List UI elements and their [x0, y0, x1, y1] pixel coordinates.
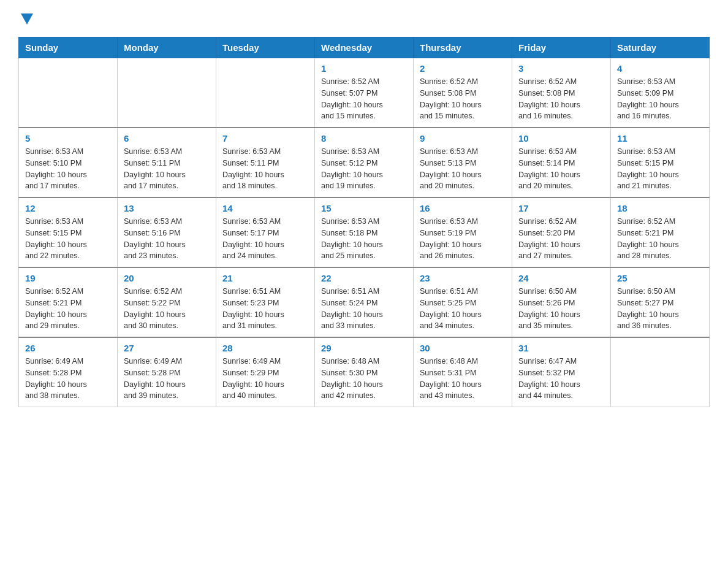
calendar-day-cell: 11Sunrise: 6:53 AM Sunset: 5:15 PM Dayli… [611, 128, 710, 197]
calendar-day-cell: 3Sunrise: 6:52 AM Sunset: 5:08 PM Daylig… [512, 58, 611, 128]
day-number: 27 [124, 343, 210, 353]
day-number: 19 [25, 273, 111, 283]
day-number: 30 [420, 343, 506, 353]
day-info: Sunrise: 6:51 AM Sunset: 5:24 PM Dayligh… [321, 286, 407, 332]
day-info: Sunrise: 6:53 AM Sunset: 5:16 PM Dayligh… [124, 216, 210, 262]
day-of-week-header: Tuesday [216, 37, 315, 58]
day-number: 9 [420, 133, 506, 144]
day-number: 31 [518, 343, 604, 353]
day-info: Sunrise: 6:53 AM Sunset: 5:15 PM Dayligh… [617, 146, 703, 192]
day-number: 21 [222, 273, 308, 283]
calendar-day-cell [118, 58, 216, 128]
calendar-week-row: 1Sunrise: 6:52 AM Sunset: 5:07 PM Daylig… [19, 58, 710, 128]
day-number: 26 [25, 343, 111, 353]
day-of-week-header: Friday [512, 37, 611, 58]
calendar-day-cell: 4Sunrise: 6:53 AM Sunset: 5:09 PM Daylig… [611, 58, 710, 128]
calendar-day-cell: 24Sunrise: 6:50 AM Sunset: 5:26 PM Dayli… [512, 267, 611, 337]
calendar-day-cell: 20Sunrise: 6:52 AM Sunset: 5:22 PM Dayli… [118, 267, 216, 337]
day-info: Sunrise: 6:47 AM Sunset: 5:32 PM Dayligh… [518, 356, 604, 402]
calendar-day-cell: 14Sunrise: 6:53 AM Sunset: 5:17 PM Dayli… [216, 197, 315, 267]
day-info: Sunrise: 6:48 AM Sunset: 5:31 PM Dayligh… [420, 356, 506, 402]
calendar-day-cell: 5Sunrise: 6:53 AM Sunset: 5:10 PM Daylig… [19, 128, 118, 197]
day-info: Sunrise: 6:53 AM Sunset: 5:12 PM Dayligh… [321, 146, 407, 192]
day-info: Sunrise: 6:49 AM Sunset: 5:29 PM Dayligh… [222, 356, 308, 402]
day-info: Sunrise: 6:51 AM Sunset: 5:23 PM Dayligh… [222, 286, 308, 332]
day-info: Sunrise: 6:50 AM Sunset: 5:26 PM Dayligh… [518, 286, 604, 332]
day-of-week-header: Sunday [19, 37, 118, 58]
calendar-day-cell: 18Sunrise: 6:52 AM Sunset: 5:21 PM Dayli… [611, 197, 710, 267]
calendar-day-cell: 28Sunrise: 6:49 AM Sunset: 5:29 PM Dayli… [216, 337, 315, 407]
day-info: Sunrise: 6:52 AM Sunset: 5:08 PM Dayligh… [518, 76, 604, 122]
day-info: Sunrise: 6:53 AM Sunset: 5:13 PM Dayligh… [420, 146, 506, 192]
day-info: Sunrise: 6:53 AM Sunset: 5:11 PM Dayligh… [222, 146, 308, 192]
day-number: 5 [25, 133, 111, 144]
day-number: 14 [222, 203, 308, 213]
day-of-week-header: Monday [118, 37, 216, 58]
calendar-day-cell: 25Sunrise: 6:50 AM Sunset: 5:27 PM Dayli… [611, 267, 710, 337]
day-info: Sunrise: 6:53 AM Sunset: 5:10 PM Dayligh… [25, 146, 111, 192]
day-info: Sunrise: 6:51 AM Sunset: 5:25 PM Dayligh… [420, 286, 506, 332]
calendar-day-cell: 19Sunrise: 6:52 AM Sunset: 5:21 PM Dayli… [19, 267, 118, 337]
day-number: 15 [321, 203, 407, 213]
day-number: 4 [617, 63, 703, 74]
day-number: 23 [420, 273, 506, 283]
day-info: Sunrise: 6:48 AM Sunset: 5:30 PM Dayligh… [321, 356, 407, 402]
day-info: Sunrise: 6:49 AM Sunset: 5:28 PM Dayligh… [124, 356, 210, 402]
calendar-day-cell: 26Sunrise: 6:49 AM Sunset: 5:28 PM Dayli… [19, 337, 118, 407]
calendar-day-cell: 31Sunrise: 6:47 AM Sunset: 5:32 PM Dayli… [512, 337, 611, 407]
calendar-week-row: 19Sunrise: 6:52 AM Sunset: 5:21 PM Dayli… [19, 267, 710, 337]
svg-marker-0 [21, 13, 33, 25]
day-number: 10 [518, 133, 604, 144]
day-info: Sunrise: 6:53 AM Sunset: 5:11 PM Dayligh… [124, 146, 210, 192]
day-info: Sunrise: 6:52 AM Sunset: 5:20 PM Dayligh… [518, 216, 604, 262]
calendar-day-cell: 10Sunrise: 6:53 AM Sunset: 5:14 PM Dayli… [512, 128, 611, 197]
day-number: 20 [124, 273, 210, 283]
day-info: Sunrise: 6:52 AM Sunset: 5:21 PM Dayligh… [25, 286, 111, 332]
day-info: Sunrise: 6:52 AM Sunset: 5:21 PM Dayligh… [617, 216, 703, 262]
day-number: 18 [617, 203, 703, 213]
calendar-day-cell: 16Sunrise: 6:53 AM Sunset: 5:19 PM Dayli… [414, 197, 512, 267]
day-number: 13 [124, 203, 210, 213]
calendar-day-cell: 1Sunrise: 6:52 AM Sunset: 5:07 PM Daylig… [315, 58, 414, 128]
calendar-day-cell: 13Sunrise: 6:53 AM Sunset: 5:16 PM Dayli… [118, 197, 216, 267]
day-info: Sunrise: 6:49 AM Sunset: 5:28 PM Dayligh… [25, 356, 111, 402]
logo-arrow-icon [21, 13, 33, 25]
calendar-day-cell [19, 58, 118, 128]
calendar-day-cell: 23Sunrise: 6:51 AM Sunset: 5:25 PM Dayli… [414, 267, 512, 337]
calendar-day-cell: 21Sunrise: 6:51 AM Sunset: 5:23 PM Dayli… [216, 267, 315, 337]
calendar-day-cell: 2Sunrise: 6:52 AM Sunset: 5:08 PM Daylig… [414, 58, 512, 128]
calendar-day-cell [216, 58, 315, 128]
day-info: Sunrise: 6:53 AM Sunset: 5:14 PM Dayligh… [518, 146, 604, 192]
day-info: Sunrise: 6:53 AM Sunset: 5:17 PM Dayligh… [222, 216, 308, 262]
calendar-day-cell: 7Sunrise: 6:53 AM Sunset: 5:11 PM Daylig… [216, 128, 315, 197]
day-info: Sunrise: 6:52 AM Sunset: 5:22 PM Dayligh… [124, 286, 210, 332]
calendar-day-cell: 8Sunrise: 6:53 AM Sunset: 5:12 PM Daylig… [315, 128, 414, 197]
day-of-week-header: Thursday [414, 37, 512, 58]
calendar-day-cell: 12Sunrise: 6:53 AM Sunset: 5:15 PM Dayli… [19, 197, 118, 267]
calendar-table: SundayMondayTuesdayWednesdayThursdayFrid… [18, 37, 710, 407]
day-number: 22 [321, 273, 407, 283]
day-number: 17 [518, 203, 604, 213]
page-header [18, 12, 710, 25]
day-number: 16 [420, 203, 506, 213]
calendar-week-row: 26Sunrise: 6:49 AM Sunset: 5:28 PM Dayli… [19, 337, 710, 407]
day-of-week-header: Saturday [611, 37, 710, 58]
day-number: 8 [321, 133, 407, 144]
day-info: Sunrise: 6:53 AM Sunset: 5:15 PM Dayligh… [25, 216, 111, 262]
calendar-day-cell: 15Sunrise: 6:53 AM Sunset: 5:18 PM Dayli… [315, 197, 414, 267]
day-number: 25 [617, 273, 703, 283]
day-info: Sunrise: 6:53 AM Sunset: 5:18 PM Dayligh… [321, 216, 407, 262]
day-number: 12 [25, 203, 111, 213]
calendar-day-cell: 30Sunrise: 6:48 AM Sunset: 5:31 PM Dayli… [414, 337, 512, 407]
logo [18, 12, 33, 25]
calendar-day-cell: 22Sunrise: 6:51 AM Sunset: 5:24 PM Dayli… [315, 267, 414, 337]
day-info: Sunrise: 6:53 AM Sunset: 5:19 PM Dayligh… [420, 216, 506, 262]
day-info: Sunrise: 6:52 AM Sunset: 5:08 PM Dayligh… [420, 76, 506, 122]
day-number: 1 [321, 63, 407, 74]
day-number: 28 [222, 343, 308, 353]
day-of-week-header: Wednesday [315, 37, 414, 58]
day-number: 29 [321, 343, 407, 353]
calendar-day-cell: 17Sunrise: 6:52 AM Sunset: 5:20 PM Dayli… [512, 197, 611, 267]
day-info: Sunrise: 6:53 AM Sunset: 5:09 PM Dayligh… [617, 76, 703, 122]
calendar-day-cell [611, 337, 710, 407]
